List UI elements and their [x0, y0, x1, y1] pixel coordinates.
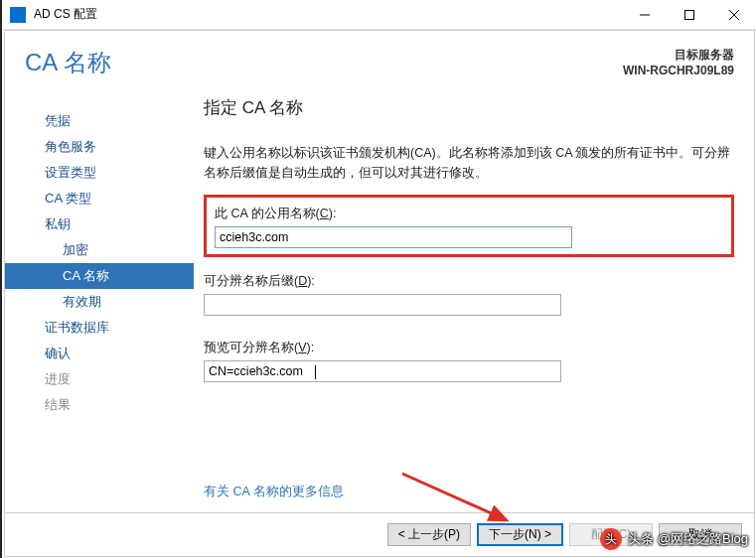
maximize-button[interactable]: [667, 0, 711, 29]
nav-item-validity[interactable]: 有效期: [5, 289, 194, 315]
svg-rect-1: [684, 10, 693, 19]
common-name-highlight: 此 CA 的公用名称(C):: [204, 195, 734, 257]
preview-input[interactable]: [204, 360, 561, 382]
nav-item-crypto[interactable]: 加密: [5, 237, 194, 263]
nav-item-credentials[interactable]: 凭据: [5, 108, 194, 134]
server-info: 目标服务器 WIN-RGCHRJ09L89: [623, 47, 734, 78]
nav-item-confirm[interactable]: 确认: [5, 341, 194, 366]
preview-label: 预览可分辨名称(V):: [204, 340, 734, 356]
main-heading: 指定 CA 名称: [204, 96, 734, 119]
titlebar: AD CS 配置: [2, 0, 756, 30]
nav-item-results: 结果: [5, 392, 194, 418]
prev-button[interactable]: < 上一步(P): [387, 523, 471, 546]
common-name-label: 此 CA 的公用名称(C):: [215, 206, 723, 222]
nav-item-ca-type[interactable]: CA 类型: [5, 186, 194, 211]
configure-button: 配置(C): [569, 523, 653, 546]
app-icon: [10, 7, 26, 23]
nav-item-private-key[interactable]: 私钥: [5, 211, 194, 237]
main-panel: 指定 CA 名称 键入公用名称以标识该证书颁发机构(CA)。此名称将添加到该 C…: [194, 88, 754, 512]
server-label: 目标服务器: [623, 47, 734, 64]
nav-item-role-services[interactable]: 角色服务: [5, 134, 194, 160]
nav-item-setup-type[interactable]: 设置类型: [5, 160, 194, 186]
nav-item-ca-name[interactable]: CA 名称: [5, 263, 194, 289]
wizard-nav: 凭据角色服务设置类型CA 类型私钥加密CA 名称有效期证书数据库确认进度结果: [5, 88, 194, 512]
dn-suffix-input[interactable]: [204, 294, 561, 316]
dialog-body: CA 名称 目标服务器 WIN-RGCHRJ09L89 凭据角色服务设置类型CA…: [4, 30, 755, 557]
server-name: WIN-RGCHRJ09L89: [623, 64, 734, 77]
config-window: AD CS 配置 CA 名称 目标服务器 WIN-RGCHRJ09L89 凭据角…: [0, 0, 756, 558]
cancel-button[interactable]: 取消: [659, 523, 742, 546]
minimize-button[interactable]: [622, 0, 667, 29]
more-info-link[interactable]: 有关 CA 名称的更多信息: [204, 484, 734, 500]
common-name-input[interactable]: [215, 226, 572, 248]
close-button[interactable]: [711, 0, 756, 29]
description-text: 键入公用名称以标识该证书颁发机构(CA)。此名称将添加到该 CA 颁发的所有证书…: [204, 143, 734, 183]
nav-item-cert-db[interactable]: 证书数据库: [5, 315, 194, 341]
next-button[interactable]: 下一步(N) >: [477, 523, 563, 546]
nav-item-progress: 进度: [5, 366, 194, 392]
page-title: CA 名称: [25, 47, 623, 78]
content-row: 凭据角色服务设置类型CA 类型私钥加密CA 名称有效期证书数据库确认进度结果 指…: [5, 78, 754, 512]
dn-suffix-label: 可分辨名称后缀(D):: [204, 273, 734, 290]
wizard-footer: < 上一步(P) 下一步(N) > 配置(C) 取消: [5, 512, 754, 556]
header-row: CA 名称 目标服务器 WIN-RGCHRJ09L89: [5, 31, 754, 78]
window-title: AD CS 配置: [34, 6, 622, 23]
